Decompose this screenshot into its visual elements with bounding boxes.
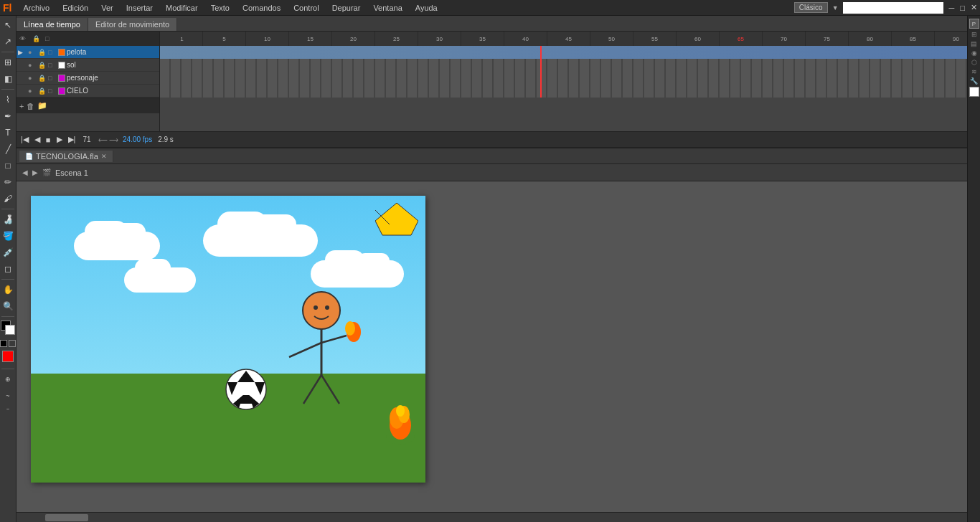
frame-cells-personaje[interactable] <box>160 72 980 85</box>
straighten-btn[interactable]: ‾ <box>0 404 16 420</box>
layer-row-personaje[interactable]: ● 🔒 □ personaje <box>17 72 159 85</box>
layer-row-sol[interactable]: ● 🔒 □ sol <box>17 59 159 72</box>
menu-modificar[interactable]: Modificar <box>160 2 204 14</box>
h-scroll-thumb[interactable] <box>45 514 88 521</box>
layer-expand-pelota[interactable]: ▶ <box>18 49 27 56</box>
menu-archivo[interactable]: Archivo <box>17 2 55 14</box>
layer-visibility-pelota[interactable]: ● <box>28 49 37 56</box>
layer-color-personaje <box>58 75 65 82</box>
ruler-mark-50: 50 <box>590 32 633 46</box>
layer-lock-personaje[interactable]: 🔒 <box>38 75 47 82</box>
close-button[interactable]: ✕ <box>971 3 977 12</box>
layer-lock-sol[interactable]: 🔒 <box>38 62 47 69</box>
tab-motion-editor[interactable]: Editor de movimiento <box>88 18 177 31</box>
ruler-mark-45: 45 <box>547 32 590 46</box>
delete-layer-icon[interactable]: 🗑 <box>27 102 34 110</box>
next-frame-btn[interactable]: ▶| <box>67 135 77 144</box>
layer-visibility-cielo[interactable]: ● <box>28 87 37 95</box>
eraser-tool[interactable]: ◻ <box>0 261 16 277</box>
gradient-tool[interactable]: ◧ <box>0 71 16 87</box>
brush-tool[interactable]: 🖌 <box>0 191 16 207</box>
menu-texto[interactable]: Texto <box>205 2 235 14</box>
rect-tool[interactable]: □ <box>0 158 16 174</box>
add-layer-icon[interactable]: + <box>19 102 24 110</box>
layer-row-pelota[interactable]: ▶ ● 🔒 □ pelota <box>17 46 159 59</box>
preset-button[interactable]: Clásico <box>794 2 828 13</box>
ruler-mark-55: 55 <box>633 32 677 46</box>
hand-tool[interactable]: ✋ <box>0 282 16 298</box>
frame-cells-pelota[interactable] <box>160 46 980 59</box>
layer-visibility-sol[interactable]: ● <box>28 62 37 69</box>
text-tool[interactable]: T <box>0 125 16 141</box>
maximize-button[interactable]: □ <box>960 4 965 12</box>
minimize-button[interactable]: ─ <box>949 4 955 12</box>
pen-tool[interactable]: ✒ <box>0 108 16 124</box>
layer-row-cielo[interactable]: ● 🔒 □ CIELO <box>17 85 159 98</box>
menu-edicion[interactable]: Edición <box>57 2 94 14</box>
layer-outline-pelota[interactable]: □ <box>48 49 57 56</box>
ruler-mark-85: 85 <box>892 32 935 46</box>
play-btn[interactable]: ▶ <box>55 135 64 144</box>
tab-timeline[interactable]: Línea de tiempo <box>17 18 88 31</box>
forward-arrow-icon[interactable]: ▶ <box>32 169 38 176</box>
first-frame-btn[interactable]: |◀ <box>19 135 30 144</box>
ruler-mark-5: 5 <box>203 32 246 46</box>
select-tool[interactable]: ↖ <box>0 17 16 33</box>
layer-color-cielo <box>58 87 65 95</box>
active-color-swatch[interactable] <box>2 351 14 362</box>
stage-tab-file[interactable]: 📄 TECNOLOGIA.fla ✕ <box>19 151 113 162</box>
swap-colors-icon[interactable] <box>0 340 7 347</box>
layer-name-sol[interactable]: sol <box>67 61 158 69</box>
layer-color-pelota <box>58 49 65 56</box>
stop-btn[interactable]: ■ <box>44 136 52 144</box>
fire-1 <box>382 397 418 447</box>
menu-ayuda[interactable]: Ayuda <box>410 2 443 14</box>
flash-stage[interactable] <box>31 196 425 483</box>
layer-outline-sol[interactable]: □ <box>48 62 57 69</box>
layer-visibility-personaje[interactable]: ● <box>28 75 37 82</box>
frame-cells-sol[interactable] <box>160 59 980 72</box>
layer-outline-personaje[interactable]: □ <box>48 75 57 82</box>
stage-tab-label[interactable]: TECNOLOGIA.fla <box>36 152 98 161</box>
search-input[interactable] <box>843 2 943 14</box>
cloud-3 <box>124 267 196 293</box>
chevron-down-icon: ▼ <box>832 4 839 11</box>
layer-lock-cielo[interactable]: 🔒 <box>38 87 47 95</box>
menu-ver[interactable]: Ver <box>95 2 119 14</box>
ruler-mark-75: 75 <box>806 32 849 46</box>
add-folder-icon[interactable]: 📁 <box>37 101 47 110</box>
menu-comandos[interactable]: Comandos <box>237 2 286 14</box>
menu-insertar[interactable]: Insertar <box>121 2 159 14</box>
ruler-mark-20: 20 <box>332 32 375 46</box>
menu-control[interactable]: Control <box>288 2 324 14</box>
layer-outline-cielo[interactable]: □ <box>48 87 57 95</box>
stage-canvas-area[interactable] <box>17 181 980 512</box>
free-transform-tool[interactable]: ⊞ <box>0 54 16 70</box>
subselect-tool[interactable]: ↗ <box>0 34 16 49</box>
tab-close-icon[interactable]: ✕ <box>101 153 107 160</box>
menu-depurar[interactable]: Depurar <box>326 2 367 14</box>
timeline-tabs: Línea de tiempo Editor de movimiento ▲ <box>17 16 980 32</box>
layer-name-pelota[interactable]: pelota <box>67 48 158 56</box>
layer-name-cielo[interactable]: CIELO <box>67 87 158 95</box>
paint-bucket-tool[interactable]: 🪣 <box>0 228 16 244</box>
frame-cells-cielo[interactable] <box>160 85 980 98</box>
back-arrow-icon[interactable]: ◀ <box>22 169 28 176</box>
scene-name[interactable]: Escena 1 <box>55 169 88 177</box>
line-tool[interactable]: ╱ <box>0 141 16 157</box>
pencil-tool[interactable]: ✏ <box>0 174 16 190</box>
default-colors-icon[interactable] <box>9 340 16 347</box>
smooth-btn[interactable]: ~ <box>0 388 16 404</box>
lasso-tool[interactable]: ⌇ <box>0 92 16 108</box>
menu-ventana[interactable]: Ventana <box>367 2 407 14</box>
layer-name-personaje[interactable]: personaje <box>67 74 158 82</box>
snap-to-objects-btn[interactable]: ⊕ <box>0 371 16 387</box>
layer-lock-pelota[interactable]: 🔒 <box>38 49 47 56</box>
zoom-tool[interactable]: 🔍 <box>0 298 16 314</box>
ink-bottle-tool[interactable]: 🍶 <box>0 212 16 227</box>
frames-content <box>160 46 980 98</box>
prev-frame-btn[interactable]: ◀ <box>33 135 42 144</box>
fill-color-swatch[interactable] <box>5 325 15 335</box>
horizontal-scrollbar[interactable] <box>17 512 980 522</box>
eyedropper-tool[interactable]: 💉 <box>0 245 16 260</box>
